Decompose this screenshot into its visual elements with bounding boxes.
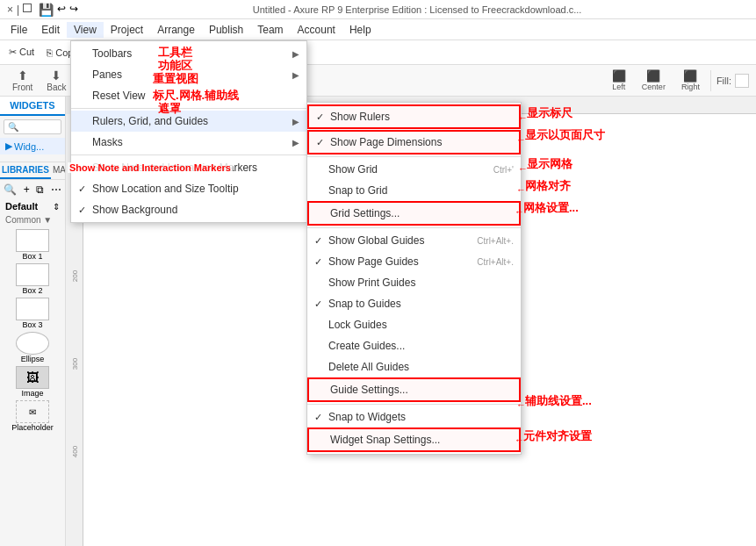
submenu-widget-snap-settings[interactable]: Widget Snap Settings... [307, 427, 521, 452]
cn-reset-view: 重置视图 [153, 71, 198, 87]
submenu-show-global-guides[interactable]: ✓ Show Global Guides Ctrl+Alt+. [307, 230, 521, 251]
app-title: Untitled - Axure RP 9 Enterprise Edition… [85, 4, 749, 15]
submenu-show-page-dimensions[interactable]: ✓ Show Page Dimensions [307, 130, 521, 154]
cn-arrow-page-dim: ← [516, 134, 526, 145]
submenu-show-print-guides[interactable]: Show Print Guides [307, 272, 521, 293]
rulers-submenu-icon: ▶ [292, 117, 299, 126]
menu-account[interactable]: Account [291, 22, 342, 38]
menu-edit[interactable]: Edit [34, 22, 67, 38]
widgets-tab[interactable]: WIDGETS [0, 97, 65, 116]
cn-guide-settings: 辅助线设置... [525, 393, 592, 409]
cn-show-rulers: 显示标尺 [527, 105, 572, 121]
left-sidebar: WIDGETS ▶ Widg... LIBRARIES MASTERS 🔍 + … [0, 97, 66, 546]
widget-box2[interactable]: Box 2 [11, 263, 54, 295]
lib-collapse-icon[interactable]: ⇕ [53, 202, 60, 212]
align-center-button[interactable]: ⬛ Center [637, 68, 671, 93]
cn-arrow-rulers: ← [518, 112, 528, 123]
cn-arrow-grid: ← [518, 163, 528, 174]
cn-masks: 遮罩 [158, 101, 181, 117]
common-label: Common ▼ [0, 213, 65, 226]
cn-snap-grid: 网格对齐 [525, 178, 571, 194]
lib-copy-icon[interactable]: ⧉ [36, 183, 44, 196]
submenu-lock-guides[interactable]: Lock Guides [307, 314, 521, 335]
cn-show-grid: 显示网格 [527, 156, 572, 172]
fill-label: Fill: [716, 74, 749, 88]
widget-box1[interactable]: Box 1 [11, 229, 54, 261]
lib-add-icon[interactable]: + [24, 183, 30, 196]
menu-show-background[interactable]: ✓ Show Background [71, 199, 306, 220]
widget-ellipse[interactable]: Ellipse [11, 332, 54, 363]
menu-rulers-grid-guides[interactable]: Rulers, Grid, and Guides ▶ [71, 111, 306, 132]
toolbar-quick: 💾 ↩ ↪ [39, 3, 78, 17]
widget-box3[interactable]: Box 3 [11, 298, 54, 329]
undo-icon[interactable]: ↩ [57, 3, 66, 17]
submenu-grid-settings[interactable]: Grid Settings... [307, 201, 521, 226]
cn-arrow-widget-snap: ← [515, 435, 524, 445]
submenu-delete-all-guides[interactable]: Delete All Guides [307, 356, 521, 377]
cn-arrow-guide-settings: ← [516, 399, 526, 410]
align-right-button[interactable]: ⬛ Right [676, 68, 705, 93]
masters-tab[interactable]: MASTERS [51, 162, 65, 179]
cn-arrow-snap-grid: ← [516, 184, 526, 195]
widget-search-input[interactable] [4, 119, 61, 134]
submenu-snap-to-widgets[interactable]: ✓ Snap to Widgets [307, 406, 521, 427]
menu-team[interactable]: Team [250, 22, 290, 38]
cn-widget-snap: 元件对齐设置 [523, 428, 592, 444]
menu-help[interactable]: Help [342, 22, 378, 38]
cn-grid-settings: 网格设置... [523, 200, 579, 216]
back-button[interactable]: ⬇Back [41, 67, 71, 94]
default-lib-label: Default [5, 201, 38, 212]
submenu-snap-to-guides[interactable]: ✓ Snap to Guides [307, 293, 521, 314]
submenu-guide-settings[interactable]: Guide Settings... [307, 377, 521, 402]
show-note-markers-annotation: Show Note and Interaction Markers [68, 162, 233, 173]
menu-project[interactable]: Project [104, 22, 150, 38]
fill-swatch[interactable] [735, 74, 749, 88]
toolbars-submenu-icon: ▶ [292, 49, 299, 59]
masks-submenu-icon: ▶ [292, 138, 299, 147]
rulers-grid-guides-submenu: ✓ Show Rulers ✓ Show Page Dimensions Sho… [306, 102, 522, 455]
libraries-tab[interactable]: LIBRARIES [0, 162, 51, 179]
menu-file[interactable]: File [4, 22, 34, 38]
menu-show-tooltip[interactable]: ✓ Show Location and Size Tooltip [71, 178, 306, 199]
widget-item-widg[interactable]: ▶ Widg... [0, 138, 65, 154]
menu-publish[interactable]: Publish [202, 22, 250, 38]
menu-bar: File Edit View Project Arrange Publish T… [0, 19, 756, 40]
cn-arrow-grid-settings: ← [515, 206, 524, 217]
front-button[interactable]: ⬆Front [7, 67, 38, 94]
submenu-show-grid[interactable]: Show Grid Ctrl+' [307, 159, 521, 180]
widget-image[interactable]: 🖼 Image [11, 366, 54, 398]
cut-button[interactable]: ✂ Cut [4, 45, 40, 60]
redo-icon[interactable]: ↪ [69, 3, 78, 17]
submenu-show-page-guides[interactable]: ✓ Show Page Guides Ctrl+Alt+. [307, 251, 521, 272]
menu-masks[interactable]: Masks ▶ [71, 132, 306, 153]
panes-submenu-icon: ▶ [292, 70, 299, 80]
menu-view[interactable]: View [67, 22, 104, 38]
widget-placeholder[interactable]: ✉ Placeholder [11, 400, 54, 432]
menu-arrange[interactable]: Arrange [150, 22, 202, 38]
submenu-show-rulers[interactable]: ✓ Show Rulers [307, 104, 521, 129]
align-left-button[interactable]: ⬛ Left [607, 68, 631, 93]
cn-show-page-dim: 显示以页面尺寸 [525, 127, 605, 143]
lib-search-icon[interactable]: 🔍 [4, 183, 17, 196]
title-bar: × | 💾 ↩ ↪ Untitled - Axure RP 9 Enterpri… [0, 0, 756, 19]
restore-icon [23, 4, 32, 12]
close-icon[interactable]: × [7, 4, 13, 16]
submenu-create-guides[interactable]: Create Guides... [307, 335, 521, 356]
lib-more-icon[interactable]: ⋯ [51, 183, 61, 196]
submenu-snap-to-grid[interactable]: Snap to Grid [307, 180, 521, 201]
save-icon[interactable]: 💾 [39, 3, 54, 17]
minimize-icon[interactable]: | [17, 4, 19, 16]
